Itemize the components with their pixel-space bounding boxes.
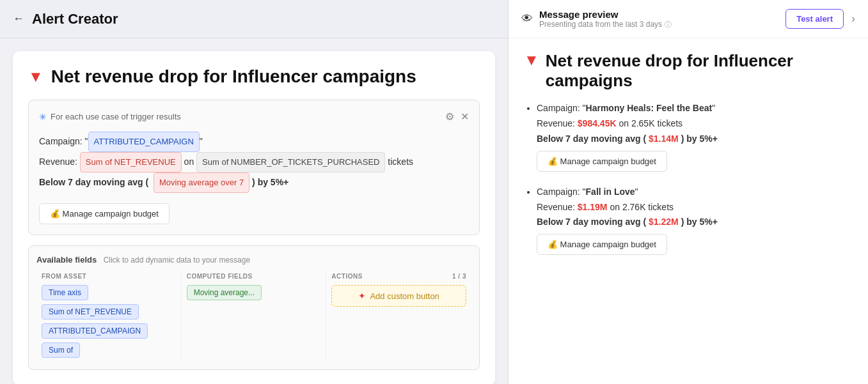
message-builder-actions: ⚙ ✕ (445, 111, 469, 123)
message-builder-label: ✳ For each use case of trigger results (39, 112, 181, 122)
revenue-on: on (184, 157, 194, 167)
below-text-1: Below 7 day moving avg ( (537, 134, 646, 144)
actions-header: ACTIONS 1 / 3 (331, 273, 466, 280)
preview-main-title: Net revenue drop for Influencer campaign… (546, 51, 853, 91)
revenue-value-1: $984.45K (578, 118, 617, 128)
close-icon[interactable]: ✕ (461, 111, 469, 123)
triangle-icon: ▼ (28, 68, 43, 86)
preview-list-item: Campaign: "Harmony Heals: Feel the Beat"… (537, 101, 853, 171)
message-builder-header: ✳ For each use case of trigger results ⚙… (39, 111, 469, 123)
field-sum-of[interactable]: Sum of (42, 342, 80, 358)
fields-title: Available fields (36, 255, 97, 265)
computed-fields-column: COMPUTED FIELDS Moving average... (182, 273, 327, 362)
fields-header: Available fields Click to add dynamic da… (36, 254, 471, 265)
add-custom-button[interactable]: ✦ Add custom button (331, 285, 466, 307)
fields-subtitle: Click to add dynamic data to your messag… (104, 256, 250, 265)
eye-icon: 👁 (521, 12, 533, 26)
preview-manage-btn-1[interactable]: 💰 Manage campaign budget (537, 151, 667, 172)
campaign-label-2: Campaign: (537, 187, 580, 197)
available-fields-section: Available fields Click to add dynamic da… (28, 245, 480, 370)
below-text-2: Below 7 day moving avg ( (537, 217, 646, 227)
alert-title: Net revenue drop for Influencer campaign… (51, 66, 416, 87)
revenue-prefix: Revenue: (39, 157, 77, 167)
below-prefix: Below 7 day moving avg ( (39, 177, 151, 187)
campaign-tag[interactable]: ATTRIBUTED_CAMPAIGN (88, 132, 200, 152)
preview-list: Campaign: "Harmony Heals: Feel the Beat"… (524, 101, 853, 255)
plus-icon: ✦ (358, 291, 366, 301)
alert-card: ▼ Net revenue drop for Influencer campai… (13, 51, 495, 384)
preview-triangle-icon: ▼ (524, 51, 539, 69)
field-net-revenue[interactable]: Sum of NET_REVENUE (42, 304, 139, 319)
below-suffix: ) by 5%+ (252, 177, 288, 187)
actions-column: ACTIONS 1 / 3 ✦ Add custom button (326, 273, 471, 362)
trigger-label: For each use case of trigger results (51, 112, 181, 121)
message-text: Campaign: "ATTRIBUTED_CAMPAIGN" Revenue:… (39, 132, 469, 193)
back-button[interactable]: ← (13, 12, 24, 26)
left-header: ← Alert Creator (0, 0, 508, 38)
revenue-suffix: tickets (388, 157, 413, 167)
chevron-right-icon[interactable]: › (851, 12, 855, 26)
revenue-on-1: on 2.65K tickets (619, 118, 683, 128)
info-icon: ⓘ (665, 20, 672, 29)
preview-list-item: Campaign: "Fall in Love" Revenue: $1.19M… (537, 185, 853, 255)
preview-subtitle: Presenting data from the last 3 days ⓘ (539, 20, 672, 29)
preview-title: Message preview (539, 9, 672, 20)
revenue-label-1: Revenue: (537, 118, 575, 128)
computed-header: COMPUTED FIELDS (187, 273, 321, 280)
moving-avg-1: $1.14M (649, 134, 679, 144)
tickets-tag[interactable]: Sum of NUMBER_OF_TICKETS_PURCHASED (196, 152, 385, 173)
preview-manage-btn-2[interactable]: 💰 Manage campaign budget (537, 234, 667, 255)
moving-avg-2: $1.22M (649, 217, 679, 227)
preview-header-text: Message preview Presenting data from the… (539, 9, 672, 29)
alert-title-row: ▼ Net revenue drop for Influencer campai… (28, 66, 480, 87)
revenue-label-2: Revenue: (537, 202, 575, 212)
from-asset-header: FROM ASSET (42, 273, 176, 280)
campaign-suffix: " (200, 136, 203, 146)
message-builder: ✳ For each use case of trigger results ⚙… (28, 100, 480, 235)
left-content: ▼ Net revenue drop for Influencer campai… (0, 38, 508, 384)
from-asset-column: FROM ASSET Time axis Sum of NET_REVENUE … (36, 273, 182, 362)
left-panel: ← Alert Creator ▼ Net revenue drop for I… (0, 0, 509, 384)
below-suffix-1: ) by 5%+ (681, 134, 718, 144)
right-header: 👁 Message preview Presenting data from t… (509, 0, 868, 38)
test-alert-button[interactable]: Test alert (785, 9, 844, 29)
add-custom-label: Add custom button (370, 291, 439, 301)
field-moving-average[interactable]: Moving average... (187, 285, 262, 300)
revenue-tag[interactable]: Sum of NET_REVENUE (80, 152, 182, 173)
right-content: ▼ Net revenue drop for Influencer campai… (509, 38, 868, 384)
preview-info: 👁 Message preview Presenting data from t… (521, 9, 672, 29)
snowflake-icon: ✳ (39, 112, 47, 122)
actions-count: 1 / 3 (452, 273, 466, 280)
revenue-on-2: on 2.76K tickets (610, 202, 674, 212)
field-attributed-campaign[interactable]: ATTRIBUTED_CAMPAIGN (42, 323, 148, 339)
campaign-name-1: Harmony Heals: Feel the Beat (586, 103, 713, 113)
below-suffix-2: ) by 5%+ (681, 217, 718, 227)
gear-icon[interactable]: ⚙ (445, 111, 454, 123)
campaign-label-1: Campaign: (537, 103, 580, 113)
fields-grid: FROM ASSET Time axis Sum of NET_REVENUE … (36, 273, 471, 362)
manage-budget-button[interactable]: 💰 Manage campaign budget (39, 203, 170, 224)
right-panel: 👁 Message preview Presenting data from t… (509, 0, 868, 384)
page-title: Alert Creator (32, 11, 118, 27)
campaign-name-2: Fall in Love (586, 187, 635, 197)
revenue-value-2: $1.19M (578, 202, 608, 212)
preview-title-row: ▼ Net revenue drop for Influencer campai… (524, 51, 853, 91)
campaign-prefix: Campaign: " (39, 136, 88, 146)
field-time-axis[interactable]: Time axis (42, 285, 88, 300)
moving-avg-tag[interactable]: Moving average over 7 (154, 173, 249, 193)
